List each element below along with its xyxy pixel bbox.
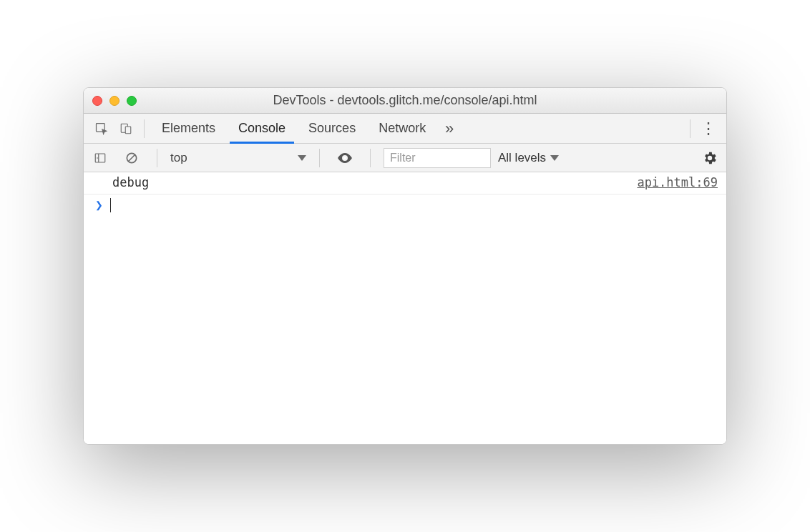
execution-context-select[interactable]: top	[170, 151, 306, 165]
console-prompt[interactable]: ❯	[84, 194, 726, 215]
window-title: DevTools - devtools.glitch.me/console/ap…	[84, 93, 726, 108]
log-levels-select[interactable]: All levels	[498, 151, 559, 165]
tab-sources[interactable]: Sources	[297, 114, 367, 143]
close-window-button[interactable]	[92, 96, 102, 106]
console-sidebar-toggle-icon[interactable]	[88, 146, 112, 170]
divider	[370, 149, 371, 167]
chevron-down-icon	[298, 155, 306, 161]
divider	[144, 119, 145, 138]
svg-rect-3	[95, 154, 105, 162]
prompt-caret-icon: ❯	[95, 197, 103, 212]
maximize-window-button[interactable]	[127, 96, 137, 106]
inspect-element-icon[interactable]	[89, 117, 114, 141]
console-toolbar: top All levels	[84, 144, 726, 172]
console-filter-input[interactable]	[384, 148, 491, 168]
tab-elements[interactable]: Elements	[150, 114, 227, 143]
more-tabs-button[interactable]: »	[437, 119, 462, 138]
window-titlebar: DevTools - devtools.glitch.me/console/ap…	[84, 88, 726, 114]
console-message-row: debug api.html:69	[84, 172, 726, 194]
console-message-source-link[interactable]: api.html:69	[637, 175, 718, 189]
console-message-text: debug	[112, 175, 149, 189]
clear-console-icon[interactable]	[119, 146, 144, 170]
tab-network[interactable]: Network	[367, 114, 437, 143]
devtools-tabs: Elements Console Sources Network » ⋮	[84, 114, 726, 144]
svg-line-6	[128, 154, 135, 162]
execution-context-label: top	[170, 151, 187, 165]
divider	[157, 149, 157, 167]
divider	[319, 149, 320, 167]
minimize-window-button[interactable]	[109, 96, 119, 106]
divider	[690, 119, 691, 138]
chevron-down-icon	[550, 155, 559, 161]
devtools-menu-button[interactable]: ⋮	[696, 119, 721, 138]
devtools-window: DevTools - devtools.glitch.me/console/ap…	[83, 87, 727, 445]
console-body: debug api.html:69 ❯	[84, 172, 726, 444]
live-expression-icon[interactable]	[333, 146, 357, 170]
toggle-device-icon[interactable]	[114, 117, 138, 141]
text-cursor	[110, 198, 112, 212]
tab-console[interactable]: Console	[227, 114, 297, 143]
console-settings-icon[interactable]	[698, 146, 722, 170]
svg-point-7	[343, 157, 346, 159]
svg-rect-2	[125, 127, 131, 134]
log-levels-label: All levels	[498, 151, 546, 165]
window-controls	[92, 96, 137, 106]
